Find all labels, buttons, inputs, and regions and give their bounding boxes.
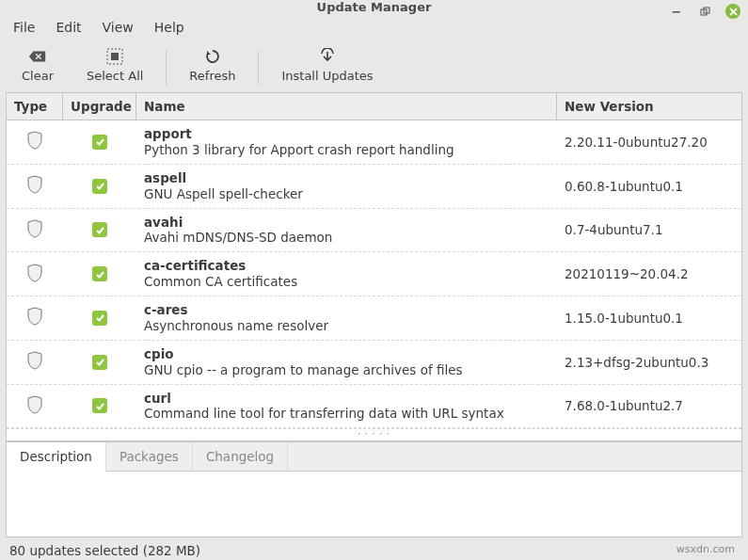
shield-icon (26, 307, 43, 328)
install-updates-button[interactable]: Install Updates (278, 46, 376, 85)
package-name: curl (144, 391, 549, 407)
package-desc: Asynchronous name resolver (144, 318, 549, 334)
version-cell: 20210119~20.04.2 (557, 264, 741, 283)
upgrade-checkbox[interactable] (92, 135, 107, 150)
version-cell: 0.7-4ubuntu7.1 (557, 220, 741, 239)
shield-icon (26, 219, 43, 241)
refresh-label: Refresh (189, 69, 235, 83)
package-desc: Avahi mDNS/DNS-SD daemon (144, 230, 549, 246)
type-cell (7, 349, 63, 375)
window-title: Update Manager (317, 0, 432, 14)
upgrade-cell (63, 220, 136, 239)
upgrade-checkbox[interactable] (92, 311, 107, 326)
clear-button[interactable]: Clear (11, 46, 64, 85)
package-desc: Python 3 library for Apport crash report… (144, 142, 549, 158)
package-desc: Command line tool for transferring data … (144, 406, 549, 422)
shield-icon (26, 351, 43, 373)
menubar: File Edit View Help (0, 14, 748, 40)
toolbar-separator (258, 51, 259, 85)
version-cell: 2.13+dfsg-2ubuntu0.3 (557, 353, 741, 372)
install-icon (318, 48, 337, 65)
upgrade-checkbox[interactable] (92, 266, 107, 281)
table-row[interactable]: aspellGNU Aspell spell-checker0.60.8-1ub… (7, 165, 741, 209)
name-cell: cpioGNU cpio -- a program to manage arch… (136, 344, 557, 380)
tabs-bar: Description Packages Changelog (7, 442, 741, 472)
status-text: 80 updates selected (282 MB) (9, 543, 200, 558)
name-cell: curlCommand line tool for transferring d… (136, 389, 557, 424)
column-version[interactable]: New Version (557, 93, 741, 120)
menu-edit[interactable]: Edit (52, 18, 85, 37)
type-cell (7, 217, 63, 243)
tab-changelog[interactable]: Changelog (193, 442, 288, 471)
menu-view[interactable]: View (99, 18, 137, 37)
type-cell (7, 262, 63, 287)
toolbar-separator (166, 51, 167, 85)
type-cell (7, 129, 63, 154)
upgrade-checkbox[interactable] (92, 179, 107, 194)
column-upgrade[interactable]: Upgrade (63, 93, 136, 120)
resize-handle[interactable]: · · · · · (7, 428, 741, 440)
main-area: Type Upgrade Name New Version apportPyth… (0, 92, 748, 537)
package-name: cpio (144, 346, 549, 362)
upgrade-checkbox[interactable] (92, 355, 107, 370)
install-label: Install Updates (281, 69, 373, 83)
upgrade-cell (63, 396, 136, 415)
table-body: apportPython 3 library for Apport crash … (7, 120, 741, 428)
tab-content (7, 472, 741, 536)
menu-help[interactable]: Help (151, 18, 188, 37)
upgrade-cell (63, 309, 136, 328)
upgrade-cell (63, 133, 136, 152)
name-cell: aspellGNU Aspell spell-checker (136, 168, 557, 204)
shield-icon (26, 131, 43, 152)
package-name: c-ares (144, 302, 549, 318)
toolbar: Clear Select All Refresh Install Updates (0, 40, 748, 92)
type-cell (7, 305, 63, 330)
upgrade-checkbox[interactable] (92, 222, 107, 237)
table-row[interactable]: c-aresAsynchronous name resolver1.15.0-1… (7, 296, 741, 341)
refresh-icon (203, 48, 222, 65)
detail-tabs: Description Packages Changelog (6, 441, 742, 537)
package-desc: GNU cpio -- a program to manage archives… (144, 362, 549, 378)
refresh-button[interactable]: Refresh (185, 46, 239, 85)
column-type[interactable]: Type (7, 93, 63, 120)
package-desc: Common CA certificates (144, 274, 549, 290)
version-cell: 2.20.11-0ubuntu27.20 (557, 133, 741, 152)
select-all-button[interactable]: Select All (83, 46, 147, 85)
type-cell (7, 393, 63, 419)
name-cell: avahiAvahi mDNS/DNS-SD daemon (136, 213, 557, 248)
tab-description[interactable]: Description (7, 442, 106, 472)
tab-packages[interactable]: Packages (106, 442, 193, 471)
menu-file[interactable]: File (9, 18, 39, 37)
close-button[interactable] (725, 4, 740, 19)
minimize-button[interactable]: − (669, 4, 684, 19)
version-cell: 0.60.8-1ubuntu0.1 (557, 177, 741, 196)
name-cell: apportPython 3 library for Apport crash … (136, 124, 557, 160)
package-name: apport (144, 126, 549, 142)
window: Update Manager − File Edit View Help Cle… (0, 0, 748, 560)
select-all-icon (105, 48, 124, 65)
column-name[interactable]: Name (136, 93, 557, 120)
statusbar: 80 updates selected (282 MB) wsxdn.com (0, 537, 748, 560)
table-row[interactable]: cpioGNU cpio -- a program to manage arch… (7, 341, 741, 385)
attribution: wsxdn.com (676, 543, 739, 558)
svg-rect-7 (111, 53, 119, 60)
package-name: aspell (144, 170, 549, 186)
titlebar: Update Manager − (0, 0, 748, 14)
maximize-button[interactable] (697, 4, 712, 19)
table-row[interactable]: avahiAvahi mDNS/DNS-SD daemon0.7-4ubuntu… (7, 209, 741, 253)
table-row[interactable]: apportPython 3 library for Apport crash … (7, 120, 741, 165)
titlebar-controls: − (669, 4, 740, 19)
upgrade-cell (63, 264, 136, 283)
upgrade-checkbox[interactable] (92, 398, 107, 413)
package-name: avahi (144, 215, 549, 231)
shield-icon (26, 175, 43, 197)
shield-icon (26, 264, 43, 285)
table-row[interactable]: curlCommand line tool for transferring d… (7, 385, 741, 429)
backspace-icon (28, 48, 47, 65)
select-all-label: Select All (87, 69, 143, 83)
type-cell (7, 173, 63, 199)
package-table: Type Upgrade Name New Version apportPyth… (6, 92, 742, 441)
table-row[interactable]: ca-certificatesCommon CA certificates202… (7, 252, 741, 296)
package-name: ca-certificates (144, 258, 549, 274)
version-cell: 1.15.0-1ubuntu0.1 (557, 309, 741, 328)
